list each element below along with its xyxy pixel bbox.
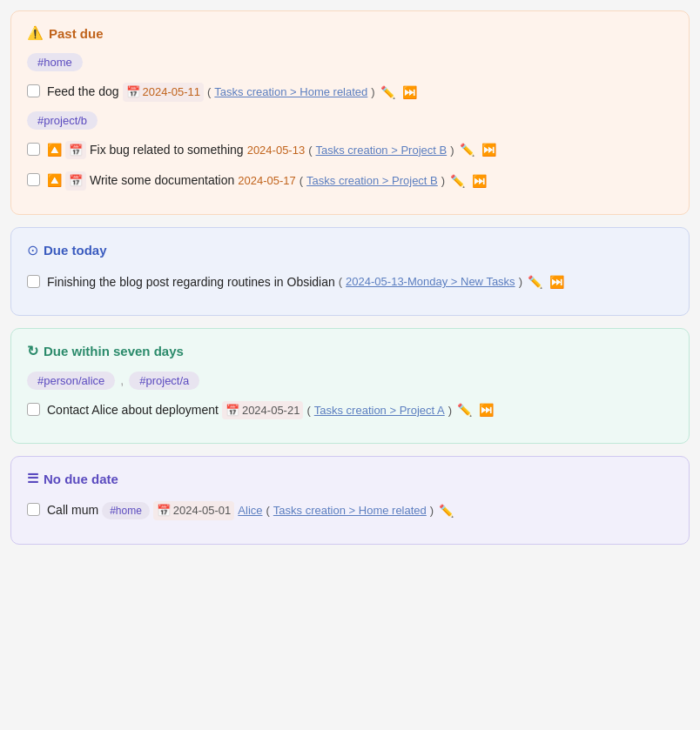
past-due-section: ⚠️ Past due #home Feed the dog 📅 2024-05… (10, 10, 690, 215)
task-text: Fix bug related to something (90, 141, 244, 159)
task-checkbox[interactable] (27, 143, 40, 156)
paren-open: ( (207, 84, 211, 101)
skip-button[interactable]: ⏭️ (477, 402, 495, 418)
edit-button[interactable]: ✏️ (455, 402, 474, 418)
paren-close: ) (430, 502, 434, 519)
due-seven-section: ↻ Due within seven days #person/alice , … (10, 328, 690, 445)
edit-button[interactable]: ✏️ (526, 274, 544, 290)
calendar-icon: 📅 2024-05-11 (123, 83, 205, 102)
tag-group-project-b: #project/b (27, 111, 673, 130)
source-link[interactable]: Tasks creation > Project A (314, 402, 445, 419)
calendar-emoji-4: 📅 (225, 402, 239, 419)
calendar-emoji-5: 📅 (157, 502, 171, 519)
tag-separator: , (120, 373, 124, 387)
calendar-emoji: 📅 (126, 84, 140, 101)
priority-icon: 🔼 (47, 141, 62, 159)
calendar-emoji-3: 📅 (69, 172, 83, 190)
task-content: 🔼 📅 Write some documentation 2024-05-17 … (47, 171, 673, 191)
skip-button[interactable]: ⏭️ (400, 84, 419, 100)
task-item: 🔼 📅 Fix bug related to something 2024-05… (27, 138, 673, 163)
task-item: 🔼 📅 Write some documentation 2024-05-17 … (27, 169, 673, 193)
task-content: 🔼 📅 Fix bug related to something 2024-05… (47, 141, 673, 160)
warning-icon: ⚠️ (27, 25, 44, 41)
source-link[interactable]: Tasks creation > Home related (214, 84, 367, 101)
task-text: Call mum (47, 501, 98, 519)
no-due-header: ☰ No due date (27, 471, 673, 486)
due-today-title: Due today (44, 243, 107, 258)
paren-close: ) (441, 172, 445, 190)
due-today-header: ⊙ Due today (27, 242, 673, 258)
paren-close: ) (371, 84, 374, 101)
task-text: Contact Alice about deployment (47, 401, 219, 419)
due-seven-title: Due within seven days (44, 344, 184, 358)
task-item: Call mum #home 📅 2024-05-01 Alice (Tasks… (27, 499, 673, 523)
edit-button[interactable]: ✏️ (437, 503, 455, 519)
priority-icon: 🔼 (47, 171, 62, 190)
calendar-icon: 📅 2024-05-01 (153, 501, 235, 520)
source-link[interactable]: Tasks creation > Home related (273, 502, 427, 519)
person-link[interactable]: Alice (238, 502, 262, 519)
task-checkbox[interactable] (27, 403, 40, 416)
no-due-icon: ☰ (27, 471, 38, 486)
tag-project-b: #project/b (27, 111, 98, 130)
edit-button[interactable]: ✏️ (379, 84, 397, 100)
due-today-icon: ⊙ (27, 242, 38, 258)
task-item: Contact Alice about deployment 📅 2024-05… (27, 398, 673, 423)
tag-group-seven: #person/alice , #project/a (27, 372, 673, 390)
task-content: Contact Alice about deployment 📅 2024-05… (47, 401, 673, 420)
task-item: Feed the dog 📅 2024-05-11 (Tasks creatio… (27, 80, 673, 104)
calendar-emoji-2: 📅 (69, 142, 83, 159)
skip-button[interactable]: ⏭️ (470, 173, 488, 189)
edit-button[interactable]: ✏️ (458, 142, 476, 157)
due-today-section: ⊙ Due today Finishing the blog post rega… (10, 227, 690, 316)
task-content: Feed the dog 📅 2024-05-11 (Tasks creatio… (47, 83, 673, 102)
task-checkbox[interactable] (27, 275, 40, 288)
no-due-section: ☰ No due date Call mum #home 📅 2024-05-0… (10, 456, 690, 545)
task-checkbox[interactable] (27, 503, 40, 516)
paren-close: ) (519, 273, 522, 291)
source-link[interactable]: Tasks creation > Project B (306, 172, 438, 190)
calendar-icon: 📅 (65, 171, 86, 191)
task-content: Call mum #home 📅 2024-05-01 Alice (Tasks… (47, 501, 673, 520)
source-link[interactable]: 2024-05-13-Monday > New Tasks (346, 273, 515, 291)
paren-open: ( (266, 502, 270, 519)
tag-person-alice: #person/alice (27, 372, 115, 390)
paren-close: ) (450, 142, 454, 159)
calendar-icon: 📅 (65, 141, 86, 160)
past-due-header: ⚠️ Past due (27, 25, 673, 41)
no-due-title: No due date (44, 472, 118, 486)
task-date: 2024-05-13 (247, 142, 306, 159)
tag-project-a: #project/a (129, 372, 199, 390)
task-checkbox[interactable] (27, 173, 40, 186)
task-checkbox[interactable] (27, 84, 40, 97)
due-seven-icon: ↻ (27, 343, 38, 359)
due-seven-header: ↻ Due within seven days (27, 343, 673, 359)
paren-open: ( (339, 273, 342, 291)
task-date: 2024-05-17 (238, 172, 296, 190)
source-link[interactable]: Tasks creation > Project B (316, 142, 448, 159)
past-due-title: Past due (49, 26, 104, 41)
paren-open: ( (306, 402, 310, 419)
skip-button[interactable]: ⏭️ (480, 142, 498, 157)
inline-tag-home: #home (102, 502, 150, 519)
task-content: Finishing the blog post regarding routin… (47, 273, 673, 291)
paren-close: ) (448, 402, 452, 419)
tag-home: #home (27, 53, 83, 71)
task-text: Feed the dog (47, 83, 119, 101)
task-date: 2024-05-11 (143, 84, 201, 101)
task-item: Finishing the blog post regarding routin… (27, 271, 673, 294)
calendar-icon: 📅 2024-05-21 (222, 401, 304, 420)
skip-button[interactable]: ⏭️ (548, 274, 566, 290)
task-text: Finishing the blog post regarding routin… (47, 273, 335, 291)
tag-group-home: #home (27, 53, 673, 71)
paren-open: ( (308, 142, 312, 159)
task-date: 2024-05-01 (173, 502, 232, 519)
edit-button[interactable]: ✏️ (448, 173, 467, 189)
task-date: 2024-05-21 (242, 402, 300, 419)
paren-open: ( (300, 172, 303, 190)
task-text: Write some documentation (90, 171, 234, 190)
